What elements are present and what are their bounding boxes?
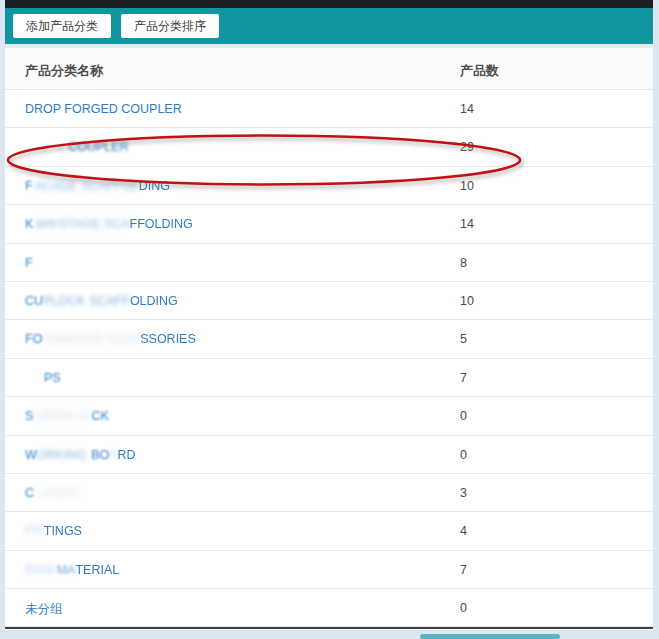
category-name-part: DROP FORGED COUPLER <box>25 102 182 116</box>
column-header-name: 产品分类名称 <box>25 62 103 80</box>
category-name-part: W <box>25 448 37 462</box>
category-name-part: WIKSTAGE SCA <box>35 217 129 231</box>
category-name-part: MA <box>57 563 76 577</box>
category-name-part: ORKING <box>37 448 86 462</box>
category-name-part: LAMPS <box>37 486 79 500</box>
category-name-part: PS <box>44 371 61 385</box>
category-link[interactable]: KWIKSTAGE SCAFFOLDING <box>25 217 193 231</box>
category-name-part: A <box>109 448 117 462</box>
product-count: 4 <box>460 524 467 538</box>
category-name-part: ACADE SCAFFOL <box>35 179 139 193</box>
table-body: DROP FORGED COUPLER14-COUPLER29FACADE SC… <box>5 90 653 627</box>
category-name-part: K <box>25 217 33 231</box>
category-name-part: RD <box>118 448 136 462</box>
category-name-part: S <box>25 409 33 423</box>
table-row: FORMWORK ACCESSORIES5 <box>5 320 653 358</box>
table-row: KWIKSTAGE SCAFFOLDING14 <box>5 205 653 243</box>
category-link[interactable]: F <box>25 256 33 270</box>
category-name-part: BO <box>91 448 109 462</box>
table-row: WORKINGBOARD0 <box>5 436 653 474</box>
table-row: SCREW JACK0 <box>5 397 653 435</box>
column-header-count: 产品数 <box>460 62 499 80</box>
table-row: RAWMATERIAL7 <box>5 551 653 589</box>
category-link[interactable]: PS <box>25 371 61 385</box>
product-count: 5 <box>460 332 467 346</box>
category-table: 产品分类名称 产品数 DROP FORGED COUPLER14-COUPLER… <box>5 48 653 627</box>
category-name-part: - <box>58 140 62 154</box>
category-link[interactable]: FORMWORK ACCESSORIES <box>25 332 196 346</box>
category-name-part: 未分组 <box>25 601 63 618</box>
add-category-button[interactable]: 添加产品分类 <box>13 14 111 38</box>
category-name-part: PLOCK SCAFF <box>43 294 130 308</box>
table-row: PS7 <box>5 359 653 397</box>
category-name-part: RMWORK ACCE <box>44 332 140 346</box>
category-link[interactable]: WORKINGBOARD <box>25 448 136 462</box>
main-panel: 添加产品分类 产品分类排序 产品分类名称 产品数 DROP FORGED COU… <box>5 0 653 630</box>
product-count: 0 <box>460 448 467 462</box>
category-name-part: C <box>25 486 34 500</box>
table-row: -COUPLER29 <box>5 128 653 166</box>
category-name-part: CREW JA <box>35 409 91 423</box>
table-row: CLAMPS3 <box>5 474 653 512</box>
category-name-part: FFOLDING <box>130 217 193 231</box>
top-black-bar <box>5 0 653 8</box>
category-name-part: SSORIES <box>140 332 196 346</box>
category-name-part: COUPLER <box>68 140 128 154</box>
category-name-part: FO <box>25 332 42 346</box>
sort-category-button[interactable]: 产品分类排序 <box>121 14 219 38</box>
table-row: FACADE SCAFFOLDING10 <box>5 167 653 205</box>
category-name-part: OLDING <box>130 294 178 308</box>
category-link[interactable]: -COUPLER <box>25 140 129 154</box>
category-name-part: CK <box>92 409 109 423</box>
table-row: FITTINGS4 <box>5 512 653 550</box>
category-link[interactable]: FACADE SCAFFOLDING <box>25 179 170 193</box>
category-link[interactable]: 未分组 <box>25 601 63 618</box>
category-link[interactable]: FITTINGS <box>25 524 82 538</box>
category-link[interactable]: DROP FORGED COUPLER <box>25 102 182 116</box>
product-count: 7 <box>460 563 467 577</box>
category-name-part: F <box>25 256 33 270</box>
product-count: 14 <box>460 102 474 116</box>
product-count: 10 <box>460 294 474 308</box>
category-name-part: TINGS <box>44 524 82 538</box>
category-link[interactable]: RAWMATERIAL <box>25 563 119 577</box>
category-name-part: CU <box>25 294 43 308</box>
bottom-teal-sliver <box>420 634 560 639</box>
table-header-row: 产品分类名称 产品数 <box>5 48 653 90</box>
product-count: 8 <box>460 256 467 270</box>
category-name-part: FIT <box>25 524 44 538</box>
category-link[interactable]: SCREW JACK <box>25 409 109 423</box>
category-name-part: F <box>25 179 33 193</box>
table-row: DROP FORGED COUPLER14 <box>5 90 653 128</box>
category-link[interactable]: CUPLOCK SCAFFOLDING <box>25 294 178 308</box>
product-count: 3 <box>460 486 467 500</box>
table-row: 未分组0 <box>5 589 653 627</box>
product-count: 0 <box>460 409 467 423</box>
product-count: 0 <box>460 601 467 615</box>
product-count: 7 <box>460 371 467 385</box>
table-row: F8 <box>5 244 653 282</box>
toolbar: 添加产品分类 产品分类排序 <box>5 8 653 44</box>
category-name-part: RAW <box>25 563 54 577</box>
product-count: 10 <box>460 179 474 193</box>
category-name-part: TERIAL <box>75 563 119 577</box>
product-count: 14 <box>460 217 474 231</box>
bottom-border-line <box>5 627 653 629</box>
category-name-part: DING <box>139 179 170 193</box>
product-count: 29 <box>460 140 474 154</box>
category-link[interactable]: CLAMPS <box>25 486 79 500</box>
table-row: CUPLOCK SCAFFOLDING10 <box>5 282 653 320</box>
